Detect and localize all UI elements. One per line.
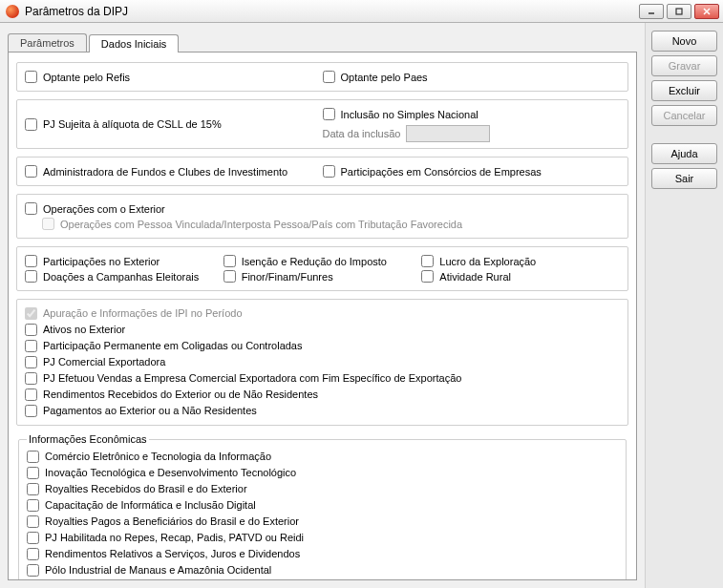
chk-item[interactable]: Rendimentos Recebidos do Exterior ou de … xyxy=(25,387,620,403)
chk-item[interactable]: PJ Comercial Exportadora xyxy=(25,354,620,370)
chk-item[interactable]: Inovação Tecnológica e Desenvolvimento T… xyxy=(27,465,618,481)
app-icon xyxy=(6,5,19,18)
chk-item[interactable]: Comércio Eletrônico e Tecnologia da Info… xyxy=(27,449,618,465)
checkbox[interactable] xyxy=(25,118,37,131)
novo-button[interactable]: Novo xyxy=(651,31,717,52)
cancelar-button: Cancelar xyxy=(651,105,717,126)
chk-label: Comércio Eletrônico e Tecnologia da Info… xyxy=(45,450,271,464)
checkbox[interactable] xyxy=(323,71,335,83)
chk-label: Pagamentos ao Exterior ou a Não Resident… xyxy=(43,404,257,418)
chk-label: Inclusão no Simples Nacional xyxy=(341,109,478,120)
checkbox[interactable] xyxy=(27,467,39,479)
chk-doacoes-campanhas[interactable]: Doações a Campanhas Eleitorais xyxy=(25,269,223,284)
window-title: Parâmetros da DIPJ xyxy=(25,5,639,18)
chk-label: Rendimentos Relativos a Serviços, Juros … xyxy=(45,547,300,561)
chk-item[interactable]: Pagamentos ou Remessas a Título de Servi… xyxy=(27,578,618,580)
field-label: Data da inclusão xyxy=(323,128,401,139)
group-title: Informações Econômicas xyxy=(27,433,149,445)
checkbox[interactable] xyxy=(421,255,434,267)
chk-participacoes-consorcios[interactable]: Participações em Consórcios de Empresas xyxy=(323,164,621,178)
ajuda-button[interactable]: Ajuda xyxy=(651,143,717,164)
chk-label: Royalties Recebidos do Brasil e do Exter… xyxy=(45,482,247,496)
excluir-button[interactable]: Excluir xyxy=(651,80,717,101)
chk-label: PJ Sujeita à alíquota de CSLL de 15% xyxy=(43,118,222,130)
chk-item: Apuração e Informações de IPI no Período xyxy=(25,305,620,322)
tab-panel-dados-iniciais: Optante pelo Refis Optante pelo Paes xyxy=(8,52,637,580)
field-data-inclusao: Data da inclusão xyxy=(323,125,621,142)
chk-item[interactable]: Participação Permanente em Coligadas ou … xyxy=(25,338,620,354)
group-csll-simples: PJ Sujeita à alíquota de CSLL de 15% Inc… xyxy=(16,99,628,149)
group-participacoes-isencoes: Participações no Exterior Doações a Camp… xyxy=(16,246,628,291)
sidebar: Novo Gravar Excluir Cancelar Ajuda Sair xyxy=(645,23,723,588)
chk-label: Participações em Consórcios de Empresas xyxy=(341,166,542,178)
chk-label: Apuração e Informações de IPI no Período xyxy=(43,306,243,321)
chk-label: Optante pelo Refis xyxy=(43,72,130,83)
chk-item[interactable]: PJ Efetuou Vendas a Empresa Comercial Ex… xyxy=(25,370,620,387)
checkbox[interactable] xyxy=(323,165,335,178)
checkbox[interactable] xyxy=(25,202,37,215)
group-operacoes-exterior: Operações com o Exterior Operações com P… xyxy=(16,194,628,239)
chk-item[interactable]: Ativos no Exterior xyxy=(25,322,620,338)
checkbox[interactable] xyxy=(27,532,39,544)
checkbox[interactable] xyxy=(25,270,37,283)
chk-participacoes-exterior[interactable]: Participações no Exterior xyxy=(25,254,223,268)
checkbox[interactable] xyxy=(25,255,37,267)
chk-operacoes-exterior[interactable]: Operações com o Exterior xyxy=(25,201,620,216)
checkbox[interactable] xyxy=(25,405,37,417)
spacer xyxy=(651,130,717,139)
chk-label: Pagamentos ou Remessas a Título de Servi… xyxy=(45,579,540,580)
chk-item[interactable]: Pagamentos ao Exterior ou a Não Resident… xyxy=(25,403,620,419)
chk-label: Rendimentos Recebidos do Exterior ou de … xyxy=(43,388,318,402)
chk-simples-nacional[interactable]: Inclusão no Simples Nacional xyxy=(323,107,621,121)
checkbox[interactable] xyxy=(27,499,39,512)
chk-label: Royalties Pagos a Beneficiários do Brasi… xyxy=(45,514,299,529)
chk-finor-finam-funres[interactable]: Finor/Finam/Funres xyxy=(223,269,422,284)
checkbox[interactable] xyxy=(27,548,39,560)
chk-admin-fundos[interactable]: Administradora de Fundos e Clubes de Inv… xyxy=(25,164,323,178)
chk-lucro-exploracao[interactable]: Lucro da Exploração xyxy=(421,254,620,268)
chk-atividade-rural[interactable]: Atividade Rural xyxy=(421,269,620,284)
checkbox[interactable] xyxy=(25,324,37,336)
minimize-icon xyxy=(647,7,656,16)
checkbox[interactable] xyxy=(27,564,39,577)
tab-dados-iniciais[interactable]: Dados Iniciais xyxy=(89,34,179,52)
maximize-button[interactable] xyxy=(667,4,691,19)
checkbox[interactable] xyxy=(27,451,39,463)
chk-isencao-reducao[interactable]: Isenção e Redução do Imposto xyxy=(223,254,422,268)
chk-label: Doações a Campanhas Eleitorais xyxy=(43,271,199,283)
chk-optante-paes[interactable]: Optante pelo Paes xyxy=(323,70,621,84)
checkbox[interactable] xyxy=(25,388,37,401)
chk-item[interactable]: PJ Habilitada no Repes, Recap, Padis, PA… xyxy=(27,530,618,546)
gravar-button: Gravar xyxy=(651,55,717,76)
chk-pj-csll[interactable]: PJ Sujeita à alíquota de CSLL de 15% xyxy=(25,117,323,132)
chk-label: PJ Habilitada no Repes, Recap, Padis, PA… xyxy=(45,531,304,545)
chk-label: Optante pelo Paes xyxy=(341,72,428,83)
checkbox[interactable] xyxy=(323,108,335,120)
checkbox[interactable] xyxy=(25,356,37,368)
chk-label: Lucro da Exploração xyxy=(439,256,536,267)
checkbox[interactable] xyxy=(25,71,37,83)
checkbox[interactable] xyxy=(25,372,37,385)
chk-label: Administradora de Fundos e Clubes de Inv… xyxy=(43,166,287,178)
checkbox[interactable] xyxy=(27,483,39,495)
chk-item[interactable]: Rendimentos Relativos a Serviços, Juros … xyxy=(27,546,618,562)
checkbox[interactable] xyxy=(223,255,236,267)
tab-parametros[interactable]: Parâmetros xyxy=(8,33,87,52)
checkbox[interactable] xyxy=(421,270,434,283)
close-button[interactable] xyxy=(694,4,719,19)
checkbox[interactable] xyxy=(223,270,236,283)
window-buttons xyxy=(639,4,719,19)
chk-item[interactable]: Pólo Industrial de Manaus e Amazônia Oci… xyxy=(27,562,618,578)
minimize-button[interactable] xyxy=(639,4,664,19)
checkbox[interactable] xyxy=(27,515,39,528)
chk-optante-refis[interactable]: Optante pelo Refis xyxy=(25,70,323,84)
sair-button[interactable]: Sair xyxy=(651,168,717,189)
checkbox xyxy=(42,218,54,230)
chk-item[interactable]: Royalties Pagos a Beneficiários do Brasi… xyxy=(27,514,618,530)
checkbox[interactable] xyxy=(25,340,37,352)
chk-label: Pólo Industrial de Manaus e Amazônia Oci… xyxy=(45,563,271,578)
chk-label: Operações com Pessoa Vinculada/Interpost… xyxy=(60,219,462,230)
chk-item[interactable]: Royalties Recebidos do Brasil e do Exter… xyxy=(27,481,618,497)
chk-item[interactable]: Capacitação de Informática e Inclusão Di… xyxy=(27,497,618,514)
checkbox[interactable] xyxy=(25,165,37,178)
